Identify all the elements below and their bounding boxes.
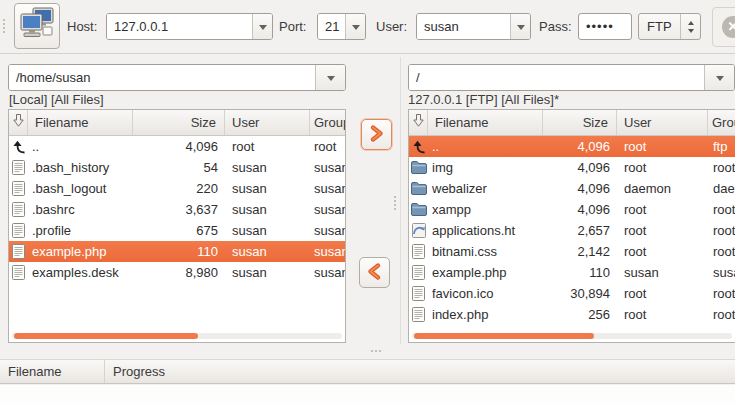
table-row[interactable]: example.php110susansusan — [409, 262, 735, 283]
column-header-user[interactable]: User — [225, 110, 310, 135]
column-header-size[interactable]: Size — [543, 110, 617, 135]
local-path-input[interactable]: /home/susan — [9, 65, 315, 90]
column-header-user[interactable]: User — [617, 110, 708, 135]
cell-user: root — [617, 223, 708, 238]
port-dropdown-button[interactable] — [345, 14, 365, 39]
file-icon — [409, 307, 428, 322]
file-icon — [409, 265, 428, 280]
table-row[interactable]: .profile675susansusan — [9, 220, 345, 241]
stop-button[interactable]: ✕ — [712, 7, 735, 47]
file-icon — [9, 160, 28, 175]
port-input[interactable]: 21 — [318, 14, 345, 39]
cell-filename: bitnami.css — [428, 244, 546, 259]
host-input[interactable]: 127.0.0.1 — [107, 14, 252, 39]
table-row[interactable]: favicon.ico30,894rootroot — [409, 283, 735, 304]
sort-descending-icon — [413, 110, 424, 135]
cell-user: daemon — [617, 181, 708, 196]
scrollbar-thumb[interactable] — [414, 333, 594, 339]
folder-icon — [409, 203, 428, 216]
protocol-selector[interactable]: FTP — [638, 13, 701, 40]
host-combo[interactable]: 127.0.0.1 — [106, 13, 273, 40]
column-header-size[interactable]: Size — [133, 110, 225, 135]
cell-filename: xampp — [428, 202, 546, 217]
remote-path-combo[interactable]: / — [408, 64, 735, 91]
cell-filename: applications.ht — [428, 223, 546, 238]
table-row[interactable]: .bashrc3,637susansusan — [9, 199, 345, 220]
cell-filename: .bashrc — [28, 202, 136, 217]
remote-horizontal-scrollbar[interactable] — [412, 333, 732, 339]
user-combo[interactable]: susan — [416, 13, 531, 40]
cell-filename: img — [428, 160, 546, 175]
cell-size: 2,142 — [546, 244, 617, 259]
panel-resize-handle[interactable] — [394, 196, 396, 198]
remote-path-input[interactable]: / — [409, 65, 704, 90]
table-row[interactable]: index.php256rootroot — [409, 304, 735, 325]
cell-filename: .. — [428, 139, 546, 154]
table-row[interactable]: bitnami.css2,142rootroot — [409, 241, 735, 262]
cell-size: 4,096 — [546, 139, 617, 154]
cell-group: susan — [708, 265, 735, 280]
remote-path-dropdown-button[interactable] — [704, 65, 734, 90]
column-header-filename[interactable]: Filename — [28, 110, 133, 135]
connect-button[interactable] — [14, 3, 60, 49]
table-row[interactable]: ..4,096rootftp — [409, 136, 735, 157]
sort-column-header[interactable] — [409, 110, 428, 135]
host-dropdown-button[interactable] — [252, 14, 272, 39]
table-row[interactable]: applications.ht2,657rootroot — [409, 220, 735, 241]
column-header-filename[interactable]: Filename — [428, 110, 543, 135]
local-path-dropdown-button[interactable] — [315, 65, 345, 90]
transfer-left-button[interactable] — [359, 257, 390, 288]
cell-group: susan — [310, 160, 345, 175]
column-header-group[interactable]: Group — [708, 110, 735, 135]
local-horizontal-scrollbar[interactable] — [12, 333, 342, 339]
table-row[interactable]: examples.desk8,980susansusan — [9, 262, 345, 283]
user-input[interactable]: susan — [417, 14, 510, 39]
file-icon — [9, 202, 28, 217]
protocol-spin-buttons[interactable] — [680, 14, 700, 39]
queue-column-progress[interactable]: Progress — [105, 360, 735, 383]
transfer-right-button[interactable] — [361, 119, 392, 150]
cell-group: susan — [310, 202, 345, 217]
table-row[interactable]: webalizer4,096daemondaemon — [409, 178, 735, 199]
port-combo[interactable]: 21 — [317, 13, 366, 40]
cell-size: 2,657 — [546, 223, 617, 238]
cell-group: root — [708, 160, 735, 175]
cell-size: 256 — [546, 307, 617, 322]
local-path-combo[interactable]: /home/susan — [8, 64, 346, 91]
password-input[interactable]: ••••• — [578, 13, 632, 40]
transfer-queue-list — [0, 385, 735, 405]
remote-list-header: Filename Size User Group — [409, 110, 735, 136]
file-icon — [9, 223, 28, 238]
user-dropdown-button[interactable] — [510, 14, 530, 39]
sort-column-header[interactable] — [9, 110, 28, 135]
cell-filename: .. — [28, 139, 136, 154]
cell-size: 675 — [136, 223, 225, 238]
cell-size: 8,980 — [136, 265, 225, 280]
cell-user: susan — [225, 223, 310, 238]
table-row[interactable]: ..4,096rootroot — [9, 136, 345, 157]
chevron-right-icon — [369, 125, 384, 145]
column-header-group[interactable]: Group — [310, 110, 345, 135]
table-row[interactable]: img4,096rootroot — [409, 157, 735, 178]
cell-group: susan — [310, 244, 345, 259]
table-row[interactable]: example.php110susansusan — [9, 241, 345, 262]
table-row[interactable]: xampp4,096rootroot — [409, 199, 735, 220]
cell-filename: .profile — [28, 223, 136, 238]
remote-status-label: 127.0.0.1 [FTP] [All Files]* — [408, 92, 559, 108]
cell-group: root — [708, 244, 735, 259]
transfer-queue-header: Filename Progress — [0, 359, 735, 384]
cell-user: susan — [225, 181, 310, 196]
toolbar-drag-handle[interactable] — [3, 19, 5, 21]
chevron-down-icon — [327, 76, 335, 85]
queue-column-filename[interactable]: Filename — [0, 360, 105, 383]
table-row[interactable]: .bash_history54susansusan — [9, 157, 345, 178]
local-list-header: Filename Size User Group — [9, 110, 345, 136]
table-row[interactable]: .bash_logout220susansusan — [9, 178, 345, 199]
cell-size: 110 — [546, 265, 617, 280]
cell-filename: favicon.ico — [428, 286, 546, 301]
scrollbar-thumb[interactable] — [14, 333, 198, 339]
queue-resize-handle[interactable] — [371, 350, 373, 352]
cell-user: susan — [225, 160, 310, 175]
file-icon — [9, 265, 28, 280]
folder-icon — [409, 182, 428, 195]
